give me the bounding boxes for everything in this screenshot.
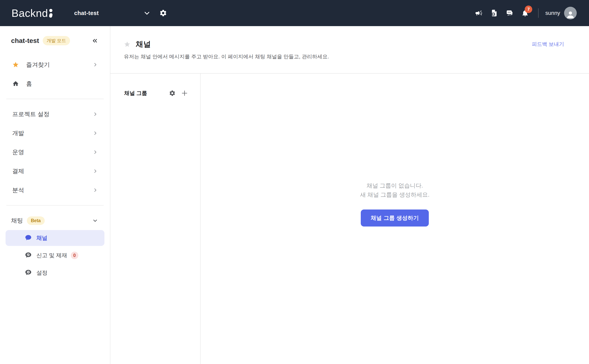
page-description: 유저는 채널 안에서 메시지를 주고 받아요. 이 페이지에서 채팅 채널을 만… [124,53,565,60]
sidebar-section-label: 채팅 [11,217,23,225]
chevron-right-icon [93,149,98,155]
create-channel-group-button[interactable]: 채널 그룹 생성하기 [361,209,429,227]
megaphone-icon [475,9,483,17]
chevron-right-icon [93,168,98,174]
project-selector[interactable]: chat-test [74,9,151,17]
collapse-icon [91,37,98,44]
notifications-button[interactable]: 7 [521,9,529,17]
sidebar-item-project-settings[interactable]: 프로젝트 설정 [0,105,110,124]
home-icon [12,80,19,87]
chat-bubbles-icon [506,9,514,17]
favorite-toggle-button[interactable] [124,41,130,48]
gear-icon [169,90,176,97]
sidebar-item-label: 결제 [12,167,24,175]
notification-badge: 7 [525,6,532,13]
backnd-logo[interactable]: Backnd [12,8,52,18]
sidebar-item-label: 설정 [36,269,47,277]
settings-bubble-icon [25,269,32,277]
sidebar-item-home[interactable]: 홈 [0,74,110,93]
chevron-right-icon [93,130,98,136]
channel-group-settings-button[interactable] [169,90,176,97]
topbar-separator [538,8,538,18]
user-name: sunny [545,10,560,16]
logo-dots-icon [49,9,52,18]
empty-state-message: 채널 그룹이 없습니다. 새 채널 그룹을 생성하세요. [360,181,429,199]
sidebar-item-development[interactable]: 개발 [0,124,110,143]
sidebar-item-label: 분석 [12,186,24,194]
sidebar-item-label: 즐겨찾기 [26,61,50,69]
sidebar-item-favorites[interactable]: 즐겨찾기 [0,55,110,74]
chevron-down-icon [92,218,98,224]
sidebar-item-operations[interactable]: 운영 [0,143,110,162]
sidebar-item-label: 채널 [36,234,47,242]
plus-icon [181,89,188,97]
sidebar-item-label: 신고 및 제재 [36,252,67,259]
collapse-sidebar-button[interactable] [91,37,98,44]
sidebar-item-channels[interactable]: 채널 [6,230,104,246]
logo-text: Backnd [12,8,48,18]
main-content: 채널 유저는 채널 안에서 메시지를 주고 받아요. 이 페이지에서 채팅 채널… [110,26,589,364]
dev-mode-badge: 개발 모드 [43,36,70,45]
sidebar-item-chat-settings[interactable]: 설정 [6,265,104,281]
sidebar-item-label: 개발 [12,129,24,137]
channel-group-title: 채널 그룹 [124,90,147,97]
sidebar-section-chat[interactable]: 채팅 Beta [0,211,110,230]
sidebar: chat-test 개발 모드 즐겨찾기 홈 프로젝트 설정 개발 [0,26,110,364]
sidebar-item-billing[interactable]: 결제 [0,162,110,181]
sidebar-item-reports[interactable]: 신고 및 제재 0 [6,247,104,263]
page-header: 채널 유저는 채널 안에서 메시지를 주고 받아요. 이 페이지에서 채팅 채널… [110,26,589,74]
sidebar-header: chat-test 개발 모드 [0,36,110,45]
report-bubble-icon [25,252,32,259]
chevron-right-icon [93,187,98,193]
sidebar-divider [6,99,104,99]
chevron-down-icon [143,9,151,17]
avatar[interactable] [564,7,577,20]
sidebar-divider [6,205,104,206]
sidebar-item-label: 프로젝트 설정 [12,110,49,118]
empty-state-line2: 새 채널 그룹을 생성하세요. [360,190,429,199]
sidebar-project-name: chat-test [11,37,39,45]
empty-state-line1: 채널 그룹이 없습니다. [360,181,429,190]
announcements-button[interactable] [475,9,483,17]
beta-badge: Beta [27,216,45,225]
chevron-right-icon [93,111,98,117]
code-file-icon [490,9,498,17]
project-name: chat-test [74,10,99,16]
project-settings-button[interactable] [159,9,167,17]
user-menu[interactable]: sunny [545,7,577,20]
docs-button[interactable] [490,9,498,17]
sidebar-item-label: 운영 [12,148,24,156]
sidebar-nav: 즐겨찾기 홈 프로젝트 설정 개발 운영 결제 [0,55,110,281]
star-icon [124,41,130,48]
sidebar-item-analytics[interactable]: 분석 [0,181,110,200]
channel-group-panel: 채널 그룹 [110,74,201,364]
report-count-badge: 0 [71,252,78,259]
add-channel-group-button[interactable] [181,89,188,97]
channel-group-empty-state: 채널 그룹이 없습니다. 새 채널 그룹을 생성하세요. 채널 그룹 생성하기 [201,74,589,364]
top-bar: Backnd chat-test 7 sunny [0,0,589,26]
chat-bubble-icon [25,234,32,242]
sidebar-item-label: 홈 [26,80,32,88]
gear-icon [159,9,167,17]
person-icon [566,10,575,20]
page-title: 채널 [136,39,151,49]
topbar-actions: 7 sunny [467,7,577,20]
chevron-right-icon [93,62,98,67]
support-chat-button[interactable] [506,9,514,17]
star-icon [12,61,19,68]
send-feedback-link[interactable]: 피드백 보내기 [532,41,564,48]
